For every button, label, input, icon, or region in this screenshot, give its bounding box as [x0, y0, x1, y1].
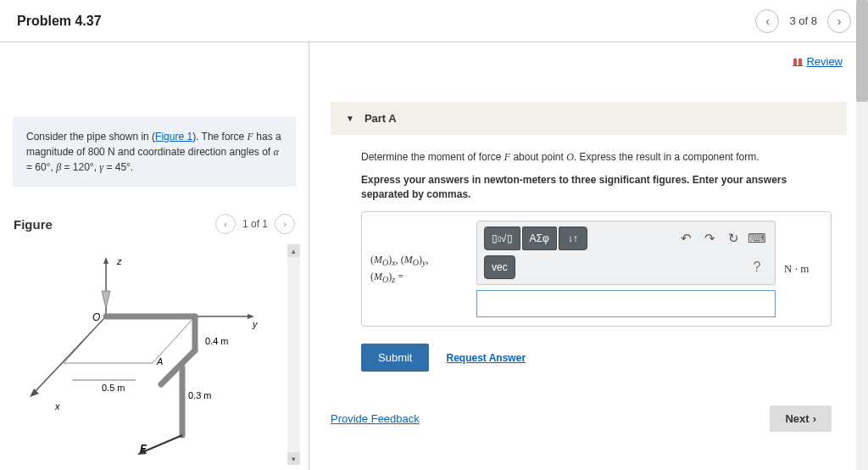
review-label: Review	[806, 55, 843, 68]
problem-nav-label: 3 of 8	[789, 14, 817, 27]
problem-nav: ‹ 3 of 8 ›	[755, 9, 851, 33]
chevron-right-icon: ›	[813, 412, 816, 425]
equation-toolbar: ▯▯√▯ ΑΣφ ↓↑ ↶ ↷ ↻ ⌨	[476, 221, 776, 285]
submit-row: Submit Request Answer	[331, 344, 847, 372]
figure-scrollbar[interactable]: ▴ ▾	[287, 244, 300, 465]
dim-3: 0.3 m	[188, 390, 212, 400]
dim-2: 0.5 m	[102, 383, 125, 393]
next-label: Next	[785, 412, 809, 425]
figure-container: z y x O A	[8, 244, 300, 465]
help-button[interactable]: ?	[746, 256, 768, 278]
q-point-o: O	[566, 151, 574, 163]
main-content: Consider the pipe shown in (Figure 1). T…	[0, 42, 868, 470]
problem-text-2: ). The force	[192, 131, 247, 143]
prev-figure-button[interactable]: ‹	[215, 214, 236, 234]
provide-feedback-link[interactable]: Provide Feedback	[331, 412, 420, 425]
alpha-var: α	[274, 146, 279, 158]
instruction-text: Express your answers in newton-meters to…	[361, 173, 832, 202]
problem-title: Problem 4.37	[17, 14, 102, 29]
next-problem-button[interactable]: ›	[827, 9, 851, 33]
alpha-value: = 60°,	[26, 161, 56, 173]
q-text-3: . Express the result in a component form…	[574, 151, 760, 163]
figure-nav-label: 1 of 1	[242, 218, 268, 230]
beta-value: = 120°,	[61, 161, 99, 173]
right-pane: ▮▮ Review ▼ Part A Determine the moment …	[309, 42, 868, 470]
svg-marker-15	[102, 291, 110, 308]
svg-marker-5	[30, 389, 39, 397]
greek-tool-button[interactable]: ΑΣφ	[522, 227, 557, 250]
bottom-row: Provide Feedback Next ›	[331, 406, 847, 432]
svg-marker-1	[103, 257, 108, 264]
arrows-tool-button[interactable]: ↓↑	[559, 227, 587, 250]
q-text-2: about point	[510, 151, 566, 163]
review-link[interactable]: ▮▮ Review	[793, 55, 843, 68]
figure-title: Figure	[14, 217, 53, 232]
prev-problem-button[interactable]: ‹	[755, 9, 779, 33]
figure-header: Figure ‹ 1 of 1 ›	[0, 204, 309, 244]
force-variable: F	[248, 131, 253, 143]
next-figure-button[interactable]: ›	[275, 214, 295, 234]
part-a-body: Determine the moment of force F about po…	[331, 135, 847, 327]
point-a-label: A	[156, 356, 163, 366]
answer-variables: (MO)x, (MO)y, (MO)z =	[370, 252, 468, 287]
redo-button[interactable]: ↷	[698, 227, 721, 249]
reset-button[interactable]: ↻	[722, 227, 744, 249]
gamma-value: = 45°.	[103, 161, 133, 173]
undo-button[interactable]: ↶	[675, 227, 697, 249]
page-header: Problem 4.37 ‹ 3 of 8 ›	[0, 0, 868, 42]
q-force-var: F	[504, 151, 510, 163]
keyboard-button[interactable]: ⌨	[746, 227, 768, 249]
problem-statement: Consider the pipe shown in (Figure 1). T…	[13, 117, 296, 187]
figure-link[interactable]: Figure 1	[155, 131, 192, 143]
page-scrollbar[interactable]	[856, 0, 868, 470]
scroll-down-icon[interactable]: ▾	[287, 452, 300, 465]
figure-nav: ‹ 1 of 1 ›	[215, 214, 295, 234]
answer-box: (MO)x, (MO)y, (MO)z = ▯▯√▯ ΑΣφ ↓↑ ↶	[361, 211, 832, 327]
request-answer-link[interactable]: Request Answer	[446, 352, 526, 364]
scroll-thumb[interactable]	[856, 0, 868, 102]
unit-newton: N	[108, 146, 115, 158]
collapse-icon: ▼	[346, 114, 354, 123]
template-tool-button[interactable]: ▯▯√▯	[484, 227, 520, 250]
figure-diagram: z y x O A	[8, 244, 280, 456]
submit-button[interactable]: Submit	[361, 344, 429, 372]
problem-text-1: Consider the pipe shown in (	[26, 131, 155, 143]
problem-text-4: and coordinate direction angles of	[115, 146, 274, 158]
next-button[interactable]: Next ›	[770, 406, 832, 432]
svg-line-10	[161, 350, 195, 384]
axis-z-label: z	[116, 256, 122, 266]
part-a-header[interactable]: ▼ Part A	[331, 102, 847, 135]
q-text-1: Determine the moment of force	[361, 151, 504, 163]
question-text: Determine the moment of force F about po…	[361, 150, 832, 165]
vec-tool-button[interactable]: vec	[484, 255, 515, 279]
axis-x-label: x	[54, 401, 60, 411]
left-pane: Consider the pipe shown in (Figure 1). T…	[0, 42, 309, 470]
scroll-up-icon[interactable]: ▴	[287, 244, 300, 257]
part-a-title: Part A	[364, 112, 397, 125]
dim-1: 0.4 m	[205, 336, 229, 346]
book-icon: ▮▮	[793, 56, 803, 67]
axis-y-label: y	[252, 319, 259, 329]
answer-input[interactable]	[476, 290, 776, 317]
answer-unit: N · m	[784, 262, 822, 276]
force-label: F	[140, 442, 147, 455]
svg-line-12	[142, 435, 182, 452]
point-o-label: O	[92, 311, 100, 323]
